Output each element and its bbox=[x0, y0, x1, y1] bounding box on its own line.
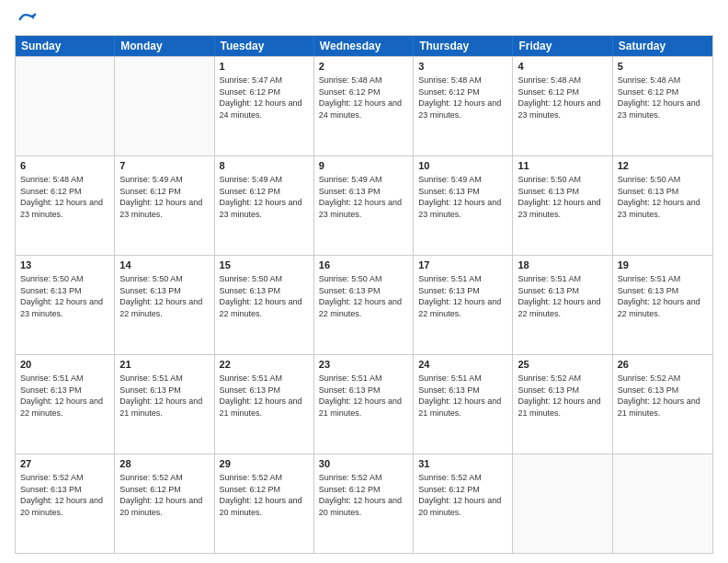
day-number: 21 bbox=[119, 358, 209, 372]
calendar-day-6: 6Sunrise: 5:48 AM Sunset: 6:12 PM Daylig… bbox=[16, 156, 115, 255]
cell-details: Sunrise: 5:50 AM Sunset: 6:13 PM Dayligh… bbox=[119, 274, 202, 318]
day-number: 24 bbox=[418, 358, 507, 372]
cell-details: Sunrise: 5:49 AM Sunset: 6:13 PM Dayligh… bbox=[319, 175, 402, 219]
cell-details: Sunrise: 5:52 AM Sunset: 6:12 PM Dayligh… bbox=[418, 473, 501, 517]
cell-details: Sunrise: 5:49 AM Sunset: 6:13 PM Dayligh… bbox=[418, 175, 501, 219]
calendar-header-row: SundayMondayTuesdayWednesdayThursdayFrid… bbox=[16, 36, 712, 56]
day-number: 30 bbox=[319, 457, 408, 471]
header-day-wednesday: Wednesday bbox=[314, 36, 414, 56]
day-number: 2 bbox=[319, 60, 408, 74]
calendar-day-19: 19Sunrise: 5:51 AM Sunset: 6:13 PM Dayli… bbox=[613, 256, 712, 354]
day-number: 31 bbox=[418, 457, 507, 471]
cell-details: Sunrise: 5:52 AM Sunset: 6:12 PM Dayligh… bbox=[220, 473, 302, 517]
day-number: 13 bbox=[20, 259, 109, 272]
calendar-day-13: 13Sunrise: 5:50 AM Sunset: 6:13 PM Dayli… bbox=[16, 256, 115, 354]
calendar-day-8: 8Sunrise: 5:49 AM Sunset: 6:12 PM Daylig… bbox=[215, 156, 314, 255]
cell-details: Sunrise: 5:52 AM Sunset: 6:13 PM Dayligh… bbox=[618, 373, 700, 418]
cell-details: Sunrise: 5:50 AM Sunset: 6:13 PM Dayligh… bbox=[518, 175, 600, 219]
day-number: 8 bbox=[220, 159, 309, 173]
calendar-day-27: 27Sunrise: 5:52 AM Sunset: 6:13 PM Dayli… bbox=[16, 454, 115, 553]
cell-details: Sunrise: 5:50 AM Sunset: 6:13 PM Dayligh… bbox=[618, 175, 700, 219]
cell-details: Sunrise: 5:51 AM Sunset: 6:13 PM Dayligh… bbox=[418, 274, 501, 318]
calendar-day-4: 4Sunrise: 5:48 AM Sunset: 6:12 PM Daylig… bbox=[513, 57, 612, 155]
calendar-empty-cell bbox=[115, 57, 214, 155]
calendar-day-15: 15Sunrise: 5:50 AM Sunset: 6:13 PM Dayli… bbox=[215, 256, 314, 354]
calendar-day-11: 11Sunrise: 5:50 AM Sunset: 6:13 PM Dayli… bbox=[513, 156, 612, 255]
header-day-thursday: Thursday bbox=[414, 36, 513, 56]
cell-details: Sunrise: 5:48 AM Sunset: 6:12 PM Dayligh… bbox=[618, 75, 700, 120]
day-number: 12 bbox=[618, 159, 708, 173]
day-number: 15 bbox=[220, 259, 309, 272]
calendar-body: 1Sunrise: 5:47 AM Sunset: 6:12 PM Daylig… bbox=[16, 56, 712, 553]
day-number: 26 bbox=[618, 358, 708, 372]
cell-details: Sunrise: 5:50 AM Sunset: 6:13 PM Dayligh… bbox=[319, 274, 402, 318]
cell-details: Sunrise: 5:48 AM Sunset: 6:12 PM Dayligh… bbox=[518, 75, 600, 120]
day-number: 27 bbox=[20, 457, 109, 471]
calendar-day-14: 14Sunrise: 5:50 AM Sunset: 6:13 PM Dayli… bbox=[115, 256, 214, 354]
day-number: 9 bbox=[319, 159, 408, 173]
day-number: 1 bbox=[220, 60, 309, 74]
day-number: 22 bbox=[220, 358, 309, 372]
calendar-day-17: 17Sunrise: 5:51 AM Sunset: 6:13 PM Dayli… bbox=[414, 256, 513, 354]
calendar: SundayMondayTuesdayWednesdayThursdayFrid… bbox=[15, 35, 713, 554]
cell-details: Sunrise: 5:51 AM Sunset: 6:13 PM Dayligh… bbox=[220, 373, 302, 418]
day-number: 4 bbox=[518, 60, 607, 74]
cell-details: Sunrise: 5:52 AM Sunset: 6:12 PM Dayligh… bbox=[119, 473, 202, 517]
cell-details: Sunrise: 5:49 AM Sunset: 6:12 PM Dayligh… bbox=[220, 175, 302, 219]
calendar-day-28: 28Sunrise: 5:52 AM Sunset: 6:12 PM Dayli… bbox=[115, 454, 214, 553]
day-number: 25 bbox=[518, 358, 607, 372]
day-number: 19 bbox=[618, 259, 708, 272]
cell-details: Sunrise: 5:51 AM Sunset: 6:13 PM Dayligh… bbox=[20, 373, 103, 418]
day-number: 3 bbox=[418, 60, 507, 74]
calendar-day-24: 24Sunrise: 5:51 AM Sunset: 6:13 PM Dayli… bbox=[414, 355, 513, 454]
calendar-day-7: 7Sunrise: 5:49 AM Sunset: 6:12 PM Daylig… bbox=[115, 156, 214, 255]
day-number: 16 bbox=[319, 259, 408, 272]
calendar-day-30: 30Sunrise: 5:52 AM Sunset: 6:12 PM Dayli… bbox=[314, 454, 414, 553]
logo bbox=[15, 9, 37, 29]
calendar-day-2: 2Sunrise: 5:48 AM Sunset: 6:12 PM Daylig… bbox=[314, 57, 414, 155]
cell-details: Sunrise: 5:52 AM Sunset: 6:13 PM Dayligh… bbox=[20, 473, 103, 517]
calendar-week-0: 1Sunrise: 5:47 AM Sunset: 6:12 PM Daylig… bbox=[16, 56, 712, 155]
calendar-day-26: 26Sunrise: 5:52 AM Sunset: 6:13 PM Dayli… bbox=[613, 355, 712, 454]
day-number: 11 bbox=[518, 159, 607, 173]
calendar-empty-cell bbox=[513, 454, 612, 553]
cell-details: Sunrise: 5:50 AM Sunset: 6:13 PM Dayligh… bbox=[220, 274, 302, 318]
calendar-empty-cell bbox=[16, 57, 115, 155]
cell-details: Sunrise: 5:48 AM Sunset: 6:12 PM Dayligh… bbox=[319, 75, 402, 120]
cell-details: Sunrise: 5:48 AM Sunset: 6:12 PM Dayligh… bbox=[418, 75, 501, 120]
calendar-empty-cell bbox=[613, 454, 712, 553]
header-day-sunday: Sunday bbox=[16, 36, 115, 56]
day-number: 29 bbox=[220, 457, 309, 471]
cell-details: Sunrise: 5:52 AM Sunset: 6:13 PM Dayligh… bbox=[518, 373, 600, 418]
calendar-day-29: 29Sunrise: 5:52 AM Sunset: 6:12 PM Dayli… bbox=[215, 454, 314, 553]
calendar-day-5: 5Sunrise: 5:48 AM Sunset: 6:12 PM Daylig… bbox=[613, 57, 712, 155]
calendar-day-22: 22Sunrise: 5:51 AM Sunset: 6:13 PM Dayli… bbox=[215, 355, 314, 454]
cell-details: Sunrise: 5:47 AM Sunset: 6:12 PM Dayligh… bbox=[220, 75, 302, 120]
header-day-friday: Friday bbox=[513, 36, 612, 56]
calendar-day-16: 16Sunrise: 5:50 AM Sunset: 6:13 PM Dayli… bbox=[314, 256, 414, 354]
calendar-day-21: 21Sunrise: 5:51 AM Sunset: 6:13 PM Dayli… bbox=[115, 355, 214, 454]
header-day-monday: Monday bbox=[115, 36, 214, 56]
header-day-tuesday: Tuesday bbox=[215, 36, 314, 56]
header bbox=[15, 9, 713, 29]
calendar-day-20: 20Sunrise: 5:51 AM Sunset: 6:13 PM Dayli… bbox=[16, 355, 115, 454]
day-number: 6 bbox=[20, 159, 109, 173]
calendar-week-3: 20Sunrise: 5:51 AM Sunset: 6:13 PM Dayli… bbox=[16, 354, 712, 454]
calendar-day-25: 25Sunrise: 5:52 AM Sunset: 6:13 PM Dayli… bbox=[513, 355, 612, 454]
day-number: 5 bbox=[618, 60, 708, 74]
calendar-day-31: 31Sunrise: 5:52 AM Sunset: 6:12 PM Dayli… bbox=[414, 454, 513, 553]
day-number: 7 bbox=[119, 159, 209, 173]
calendar-week-2: 13Sunrise: 5:50 AM Sunset: 6:13 PM Dayli… bbox=[16, 255, 712, 354]
calendar-day-1: 1Sunrise: 5:47 AM Sunset: 6:12 PM Daylig… bbox=[215, 57, 314, 155]
day-number: 20 bbox=[20, 358, 109, 372]
cell-details: Sunrise: 5:50 AM Sunset: 6:13 PM Dayligh… bbox=[20, 274, 103, 318]
day-number: 18 bbox=[518, 259, 607, 272]
page: SundayMondayTuesdayWednesdayThursdayFrid… bbox=[0, 0, 728, 563]
calendar-day-23: 23Sunrise: 5:51 AM Sunset: 6:13 PM Dayli… bbox=[314, 355, 414, 454]
cell-details: Sunrise: 5:51 AM Sunset: 6:13 PM Dayligh… bbox=[518, 274, 600, 318]
calendar-day-12: 12Sunrise: 5:50 AM Sunset: 6:13 PM Dayli… bbox=[613, 156, 712, 255]
cell-details: Sunrise: 5:51 AM Sunset: 6:13 PM Dayligh… bbox=[319, 373, 402, 418]
cell-details: Sunrise: 5:52 AM Sunset: 6:12 PM Dayligh… bbox=[319, 473, 402, 517]
day-number: 23 bbox=[319, 358, 408, 372]
logo-icon bbox=[17, 9, 37, 29]
